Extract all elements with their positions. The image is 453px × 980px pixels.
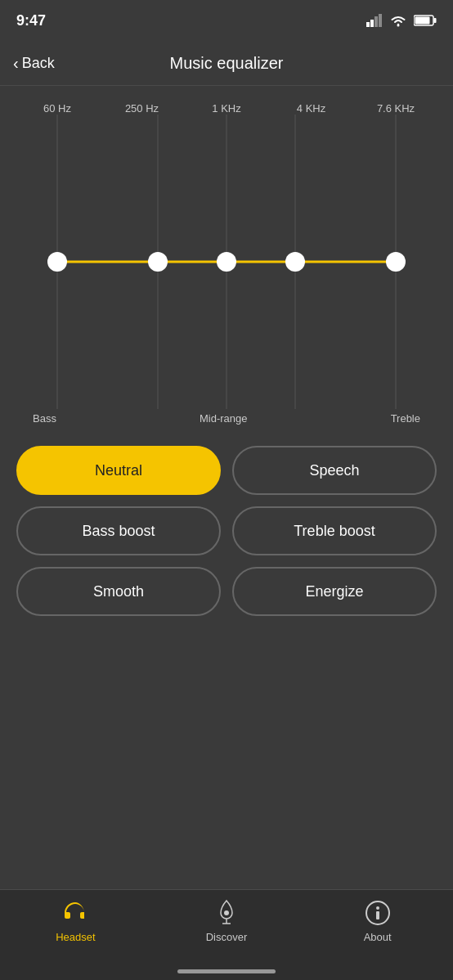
header: ‹ Back Music equalizer (0, 41, 453, 86)
preset-bass-boost-button[interactable]: Bass boost (16, 506, 221, 555)
axis-label-mid: Mid-range (200, 412, 248, 425)
svg-point-4 (397, 25, 400, 27)
nav-about-label: About (364, 931, 392, 943)
svg-point-16 (217, 252, 236, 272)
preset-smooth-label: Smooth (93, 583, 144, 600)
info-icon (363, 898, 392, 928)
preset-speech-button[interactable]: Speech (232, 446, 437, 495)
back-chevron-icon: ‹ (13, 54, 19, 73)
freq-label-1: 250 Hz (110, 102, 175, 115)
preset-neutral-button[interactable]: Neutral (16, 446, 221, 495)
svg-rect-2 (375, 16, 378, 27)
page-title: Music equalizer (170, 54, 284, 73)
preset-neutral-label: Neutral (95, 462, 142, 479)
bottom-nav: Headset Discover About (0, 889, 453, 980)
headset-icon (61, 898, 90, 928)
svg-point-23 (376, 906, 379, 910)
signal-icon (366, 14, 383, 27)
svg-point-19 (224, 910, 229, 915)
svg-rect-7 (415, 17, 430, 25)
eq-svg (25, 115, 428, 409)
freq-label-0: 60 Hz (25, 102, 90, 115)
preset-energize-label: Energize (305, 583, 363, 600)
axis-labels: Bass Mid-range Treble (25, 412, 428, 425)
svg-rect-24 (376, 911, 379, 919)
axis-label-bass: Bass (33, 412, 56, 425)
preset-treble-boost-label: Treble boost (294, 523, 375, 540)
nav-headset-label: Headset (56, 931, 95, 943)
preset-energize-button[interactable]: Energize (232, 567, 437, 616)
nav-item-discover[interactable]: Discover (151, 898, 303, 943)
battery-icon (414, 15, 437, 26)
nav-item-about[interactable]: About (302, 898, 453, 943)
preset-treble-boost-button[interactable]: Treble boost (232, 506, 437, 555)
status-bar: 9:47 (0, 0, 453, 41)
freq-label-2: 1 KHz (194, 102, 259, 115)
axis-label-treble: Treble (391, 412, 420, 425)
svg-point-14 (47, 252, 67, 272)
svg-rect-0 (366, 22, 370, 27)
nav-discover-label: Discover (206, 931, 248, 943)
eq-chart (25, 115, 428, 409)
preset-smooth-button[interactable]: Smooth (16, 567, 221, 616)
preset-bass-boost-label: Bass boost (82, 523, 155, 540)
back-button[interactable]: ‹ Back (13, 54, 55, 73)
freq-label-3: 4 KHz (279, 102, 344, 115)
svg-point-15 (148, 252, 168, 272)
presets-grid: Neutral Speech Bass boost Treble boost S… (16, 446, 437, 616)
wifi-icon (389, 14, 407, 27)
svg-point-17 (285, 252, 305, 272)
svg-rect-6 (434, 18, 437, 23)
freq-labels: 60 Hz 250 Hz 1 KHz 4 KHz 7.6 KHz (25, 102, 428, 115)
svg-rect-1 (370, 20, 374, 27)
status-time: 9:47 (16, 12, 46, 29)
eq-section: 60 Hz 250 Hz 1 KHz 4 KHz 7.6 KHz Bass Mi… (0, 86, 453, 433)
back-label: Back (22, 55, 55, 72)
svg-point-18 (386, 252, 406, 272)
preset-speech-label: Speech (309, 462, 359, 479)
svg-rect-3 (379, 14, 382, 27)
presets-section: Neutral Speech Bass boost Treble boost S… (0, 433, 453, 616)
home-indicator (177, 969, 276, 973)
status-icons (366, 14, 437, 27)
discover-icon (212, 898, 241, 928)
freq-label-4: 7.6 KHz (363, 102, 428, 115)
nav-item-headset[interactable]: Headset (0, 898, 151, 943)
